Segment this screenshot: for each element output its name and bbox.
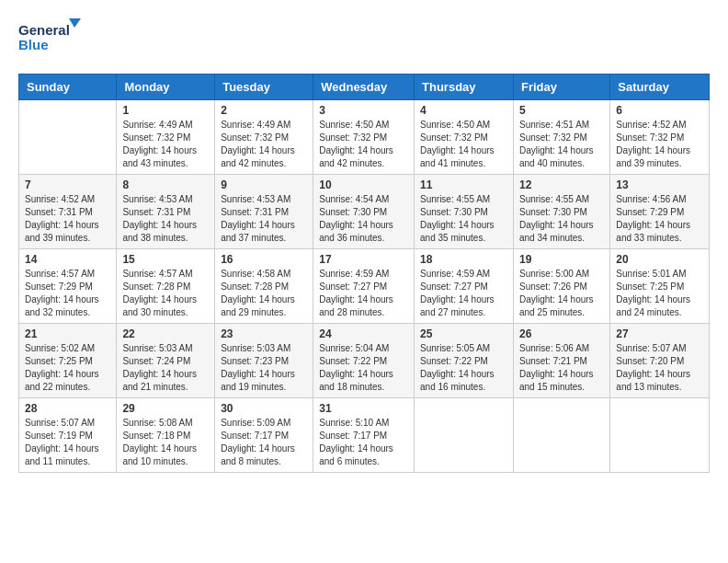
day-info: Sunrise: 4:57 AM Sunset: 7:28 PM Dayligh… bbox=[122, 268, 209, 319]
day-number: 21 bbox=[25, 327, 110, 340]
calendar-cell: 23Sunrise: 5:03 AM Sunset: 7:23 PM Dayli… bbox=[215, 324, 313, 398]
day-info: Sunrise: 4:49 AM Sunset: 7:32 PM Dayligh… bbox=[221, 119, 307, 170]
calendar-cell: 9Sunrise: 4:53 AM Sunset: 7:31 PM Daylig… bbox=[215, 175, 313, 249]
day-info: Sunrise: 4:53 AM Sunset: 7:31 PM Dayligh… bbox=[122, 193, 209, 245]
day-number: 28 bbox=[25, 402, 110, 415]
day-number: 10 bbox=[319, 178, 408, 191]
calendar-week-row: 28Sunrise: 5:07 AM Sunset: 7:19 PM Dayli… bbox=[19, 398, 710, 473]
calendar-week-row: 14Sunrise: 4:57 AM Sunset: 7:29 PM Dayli… bbox=[19, 249, 710, 324]
day-info: Sunrise: 5:03 AM Sunset: 7:24 PM Dayligh… bbox=[122, 342, 209, 394]
calendar-cell bbox=[513, 398, 609, 473]
day-number: 9 bbox=[221, 178, 307, 191]
calendar-cell: 16Sunrise: 4:58 AM Sunset: 7:28 PM Dayli… bbox=[215, 249, 313, 324]
calendar-cell: 11Sunrise: 4:55 AM Sunset: 7:30 PM Dayli… bbox=[415, 175, 514, 249]
calendar-cell: 1Sunrise: 4:49 AM Sunset: 7:32 PM Daylig… bbox=[117, 100, 215, 175]
weekday-header: Tuesday bbox=[215, 75, 313, 100]
calendar-cell: 26Sunrise: 5:06 AM Sunset: 7:21 PM Dayli… bbox=[513, 324, 609, 398]
day-info: Sunrise: 4:50 AM Sunset: 7:32 PM Dayligh… bbox=[420, 119, 507, 170]
svg-text:Blue: Blue bbox=[18, 37, 49, 52]
day-number: 23 bbox=[221, 327, 307, 340]
day-number: 24 bbox=[319, 327, 408, 340]
day-info: Sunrise: 4:56 AM Sunset: 7:29 PM Dayligh… bbox=[616, 193, 703, 245]
logo: GeneralBlue bbox=[18, 18, 83, 59]
day-number: 3 bbox=[319, 104, 408, 117]
day-number: 30 bbox=[221, 402, 307, 415]
calendar-cell: 8Sunrise: 4:53 AM Sunset: 7:31 PM Daylig… bbox=[117, 175, 215, 249]
calendar-cell: 6Sunrise: 4:52 AM Sunset: 7:32 PM Daylig… bbox=[610, 100, 710, 175]
calendar-cell: 30Sunrise: 5:09 AM Sunset: 7:17 PM Dayli… bbox=[215, 398, 313, 473]
day-info: Sunrise: 5:05 AM Sunset: 7:22 PM Dayligh… bbox=[420, 342, 507, 394]
day-info: Sunrise: 4:55 AM Sunset: 7:30 PM Dayligh… bbox=[420, 193, 507, 245]
day-number: 7 bbox=[25, 178, 110, 191]
calendar-cell: 18Sunrise: 4:59 AM Sunset: 7:27 PM Dayli… bbox=[415, 249, 514, 324]
calendar-cell: 15Sunrise: 4:57 AM Sunset: 7:28 PM Dayli… bbox=[117, 249, 215, 324]
day-info: Sunrise: 4:58 AM Sunset: 7:28 PM Dayligh… bbox=[221, 268, 307, 319]
day-number: 15 bbox=[122, 253, 209, 266]
day-info: Sunrise: 5:07 AM Sunset: 7:20 PM Dayligh… bbox=[616, 342, 703, 394]
calendar-cell: 25Sunrise: 5:05 AM Sunset: 7:22 PM Dayli… bbox=[415, 324, 514, 398]
weekday-header: Friday bbox=[513, 75, 609, 100]
day-number: 8 bbox=[122, 178, 209, 191]
calendar-table: SundayMondayTuesdayWednesdayThursdayFrid… bbox=[18, 74, 710, 473]
svg-text:General: General bbox=[18, 22, 70, 38]
day-info: Sunrise: 5:06 AM Sunset: 7:21 PM Dayligh… bbox=[519, 342, 604, 394]
day-number: 12 bbox=[519, 178, 604, 191]
day-number: 6 bbox=[616, 104, 703, 117]
calendar-cell: 2Sunrise: 4:49 AM Sunset: 7:32 PM Daylig… bbox=[215, 100, 313, 175]
weekday-header: Saturday bbox=[610, 75, 710, 100]
calendar-cell: 27Sunrise: 5:07 AM Sunset: 7:20 PM Dayli… bbox=[610, 324, 710, 398]
day-number: 4 bbox=[420, 104, 507, 117]
calendar-cell: 28Sunrise: 5:07 AM Sunset: 7:19 PM Dayli… bbox=[19, 398, 117, 473]
day-info: Sunrise: 4:59 AM Sunset: 7:27 PM Dayligh… bbox=[420, 268, 507, 319]
day-info: Sunrise: 4:49 AM Sunset: 7:32 PM Dayligh… bbox=[122, 119, 209, 170]
calendar-cell bbox=[415, 398, 514, 473]
svg-marker-2 bbox=[69, 18, 81, 28]
weekday-header: Wednesday bbox=[313, 75, 415, 100]
day-info: Sunrise: 4:54 AM Sunset: 7:30 PM Dayligh… bbox=[319, 193, 408, 245]
day-info: Sunrise: 5:07 AM Sunset: 7:19 PM Dayligh… bbox=[25, 417, 110, 468]
day-info: Sunrise: 5:00 AM Sunset: 7:26 PM Dayligh… bbox=[519, 268, 604, 319]
day-info: Sunrise: 5:02 AM Sunset: 7:25 PM Dayligh… bbox=[25, 342, 110, 394]
weekday-header: Thursday bbox=[415, 75, 514, 100]
day-number: 11 bbox=[420, 178, 507, 191]
day-info: Sunrise: 4:53 AM Sunset: 7:31 PM Dayligh… bbox=[221, 193, 307, 245]
day-number: 1 bbox=[122, 104, 209, 117]
day-info: Sunrise: 5:03 AM Sunset: 7:23 PM Dayligh… bbox=[221, 342, 307, 394]
page-header: GeneralBlue bbox=[18, 18, 710, 59]
day-number: 18 bbox=[420, 253, 507, 266]
day-number: 16 bbox=[221, 253, 307, 266]
calendar-cell: 29Sunrise: 5:08 AM Sunset: 7:18 PM Dayli… bbox=[117, 398, 215, 473]
day-number: 29 bbox=[122, 402, 209, 415]
day-number: 25 bbox=[420, 327, 507, 340]
calendar-week-row: 7Sunrise: 4:52 AM Sunset: 7:31 PM Daylig… bbox=[19, 175, 710, 249]
calendar-cell: 20Sunrise: 5:01 AM Sunset: 7:25 PM Dayli… bbox=[610, 249, 710, 324]
day-info: Sunrise: 4:57 AM Sunset: 7:29 PM Dayligh… bbox=[25, 268, 110, 319]
calendar-cell: 12Sunrise: 4:55 AM Sunset: 7:30 PM Dayli… bbox=[513, 175, 609, 249]
calendar-cell: 3Sunrise: 4:50 AM Sunset: 7:32 PM Daylig… bbox=[313, 100, 415, 175]
calendar-cell bbox=[610, 398, 710, 473]
day-number: 2 bbox=[221, 104, 307, 117]
calendar-cell: 13Sunrise: 4:56 AM Sunset: 7:29 PM Dayli… bbox=[610, 175, 710, 249]
day-number: 17 bbox=[319, 253, 408, 266]
calendar-week-row: 1Sunrise: 4:49 AM Sunset: 7:32 PM Daylig… bbox=[19, 100, 710, 175]
day-number: 31 bbox=[319, 402, 408, 415]
day-number: 22 bbox=[122, 327, 209, 340]
day-info: Sunrise: 4:50 AM Sunset: 7:32 PM Dayligh… bbox=[319, 119, 408, 170]
calendar-cell: 21Sunrise: 5:02 AM Sunset: 7:25 PM Dayli… bbox=[19, 324, 117, 398]
day-number: 20 bbox=[616, 253, 703, 266]
day-number: 14 bbox=[25, 253, 110, 266]
day-info: Sunrise: 4:51 AM Sunset: 7:32 PM Dayligh… bbox=[519, 119, 604, 170]
calendar-cell: 7Sunrise: 4:52 AM Sunset: 7:31 PM Daylig… bbox=[19, 175, 117, 249]
calendar-cell: 10Sunrise: 4:54 AM Sunset: 7:30 PM Dayli… bbox=[313, 175, 415, 249]
logo-svg: GeneralBlue bbox=[18, 18, 83, 59]
day-info: Sunrise: 4:59 AM Sunset: 7:27 PM Dayligh… bbox=[319, 268, 408, 319]
day-info: Sunrise: 5:01 AM Sunset: 7:25 PM Dayligh… bbox=[616, 268, 703, 319]
calendar-cell: 14Sunrise: 4:57 AM Sunset: 7:29 PM Dayli… bbox=[19, 249, 117, 324]
calendar-cell: 22Sunrise: 5:03 AM Sunset: 7:24 PM Dayli… bbox=[117, 324, 215, 398]
weekday-header: Sunday bbox=[19, 75, 117, 100]
calendar-cell: 17Sunrise: 4:59 AM Sunset: 7:27 PM Dayli… bbox=[313, 249, 415, 324]
calendar-cell: 5Sunrise: 4:51 AM Sunset: 7:32 PM Daylig… bbox=[513, 100, 609, 175]
day-info: Sunrise: 5:08 AM Sunset: 7:18 PM Dayligh… bbox=[122, 417, 209, 468]
calendar-cell: 31Sunrise: 5:10 AM Sunset: 7:17 PM Dayli… bbox=[313, 398, 415, 473]
day-info: Sunrise: 5:09 AM Sunset: 7:17 PM Dayligh… bbox=[221, 417, 307, 468]
